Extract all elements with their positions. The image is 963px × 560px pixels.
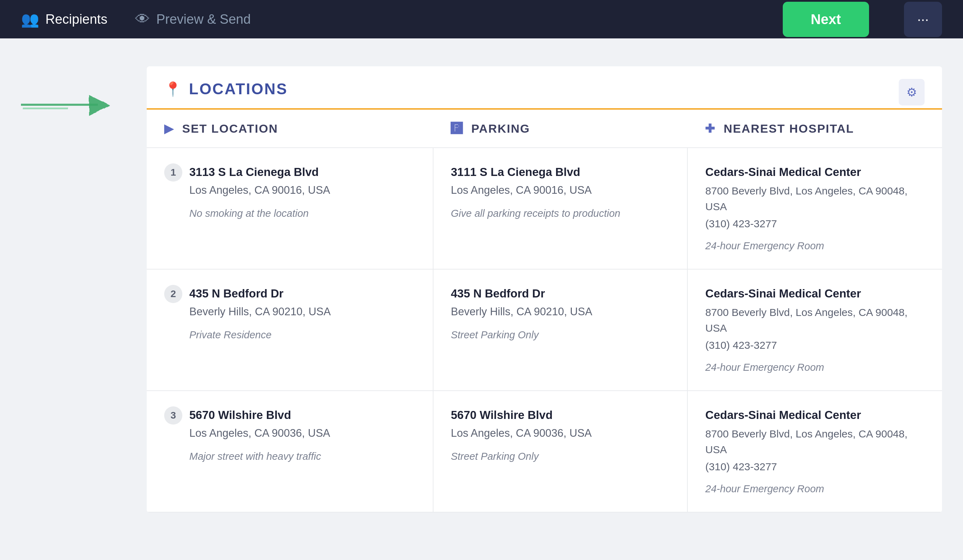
cell-hospital-1: Cedars-Sinai Medical Center 8700 Beverly… — [687, 148, 942, 269]
nav-item-recipients[interactable]: 👥 Recipients — [21, 11, 107, 28]
hospital-address: 8700 Beverly Blvd, Los Angeles, CA 90048… — [705, 426, 924, 457]
table-row: 1 3113 S La Cienega Blvd Los Angeles, CA… — [147, 148, 942, 269]
arrow-container — [21, 66, 126, 513]
pin-icon: 📍 — [164, 81, 183, 97]
cell-parking-1: 3111 S La Cienega Blvd Los Angeles, CA 9… — [433, 148, 688, 269]
parking-line1: 435 N Bedford Dr — [451, 285, 670, 302]
locations-panel: 📍 LOCATIONS ⚙ ▶ SET LOCATION 🅿 PARKING — [147, 66, 942, 513]
location-text-3: 5670 Wilshire Blvd Los Angeles, CA 90036… — [189, 406, 330, 465]
hospital-text-3: Cedars-Sinai Medical Center 8700 Beverly… — [705, 406, 924, 497]
parking-line1: 3111 S La Cienega Blvd — [451, 163, 670, 181]
location-number-2: 2 — [164, 285, 182, 303]
hospital-text-2: Cedars-Sinai Medical Center 8700 Beverly… — [705, 285, 924, 375]
hospital-name: Cedars-Sinai Medical Center — [705, 285, 924, 302]
nav-item-preview[interactable]: 👁 Preview & Send — [135, 11, 250, 28]
hospital-name: Cedars-Sinai Medical Center — [705, 406, 924, 424]
hospital-phone: (310) 423-3277 — [705, 216, 924, 231]
parking-line1: 5670 Wilshire Blvd — [451, 406, 670, 424]
svg-marker-0 — [89, 95, 110, 116]
parking-line2: Los Angeles, CA 90016, USA — [451, 182, 670, 199]
next-button[interactable]: Next — [783, 2, 869, 37]
col-set-label: SET LOCATION — [182, 122, 278, 135]
parking-note: Give all parking receipts to production — [451, 206, 670, 221]
parking-note: Street Parking Only — [451, 449, 670, 465]
hospital-phone: (310) 423-3277 — [705, 337, 924, 353]
set-location-note: Major street with heavy traffic — [189, 449, 330, 465]
address-line1: 435 N Bedford Dr — [189, 285, 331, 302]
address-line2: Los Angeles, CA 90016, USA — [189, 182, 330, 199]
nav-recipients-label: Recipients — [45, 12, 107, 27]
cell-set-location-2: 2 435 N Bedford Dr Beverly Hills, CA 902… — [147, 269, 433, 391]
parking-text-2: 435 N Bedford Dr Beverly Hills, CA 90210… — [451, 285, 670, 343]
more-icon: ··· — [917, 11, 929, 27]
address-line2: Los Angeles, CA 90036, USA — [189, 425, 330, 442]
set-location-note: Private Residence — [189, 327, 331, 343]
address-line2: Beverly Hills, CA 90210, USA — [189, 304, 331, 320]
cell-hospital-3: Cedars-Sinai Medical Center 8700 Beverly… — [687, 391, 942, 512]
table-body: 1 3113 S La Cienega Blvd Los Angeles, CA… — [147, 148, 942, 512]
location-number-3: 3 — [164, 406, 182, 424]
parking-text-1: 3111 S La Cienega Blvd Los Angeles, CA 9… — [451, 163, 670, 221]
preview-icon: 👁 — [135, 11, 150, 28]
arrow-icon — [21, 87, 112, 129]
cell-set-location-1: 1 3113 S La Cienega Blvd Los Angeles, CA… — [147, 148, 433, 269]
main-content: 📍 LOCATIONS ⚙ ▶ SET LOCATION 🅿 PARKING — [0, 39, 963, 541]
table-header-row: ▶ SET LOCATION 🅿 PARKING ✚ NEAREST HOSPI… — [147, 110, 942, 148]
hospital-text-1: Cedars-Sinai Medical Center 8700 Beverly… — [705, 163, 924, 254]
col-hospital-label: NEAREST HOSPITAL — [724, 122, 854, 135]
hospital-address: 8700 Beverly Blvd, Los Angeles, CA 90048… — [705, 183, 924, 214]
location-text-2: 435 N Bedford Dr Beverly Hills, CA 90210… — [189, 285, 331, 343]
hospital-note: 24-hour Emergency Room — [705, 481, 924, 497]
parking-line2: Beverly Hills, CA 90210, USA — [451, 304, 670, 320]
set-location-note: No smoking at the location — [189, 206, 330, 221]
table-row: 2 435 N Bedford Dr Beverly Hills, CA 902… — [147, 269, 942, 391]
col-header-set-location: ▶ SET LOCATION — [147, 110, 433, 148]
locations-table: ▶ SET LOCATION 🅿 PARKING ✚ NEAREST HOSPI… — [147, 110, 942, 513]
hospital-icon: ✚ — [705, 122, 715, 135]
locations-title-text: LOCATIONS — [189, 80, 288, 98]
hospital-name: Cedars-Sinai Medical Center — [705, 163, 924, 181]
cell-hospital-2: Cedars-Sinai Medical Center 8700 Beverly… — [687, 269, 942, 391]
location-text-1: 3113 S La Cienega Blvd Los Angeles, CA 9… — [189, 163, 330, 221]
gear-icon: ⚙ — [906, 86, 917, 99]
table-header: ▶ SET LOCATION 🅿 PARKING ✚ NEAREST HOSPI… — [147, 110, 942, 148]
top-navigation: 👥 Recipients 👁 Preview & Send Next ··· — [0, 0, 963, 39]
hospital-phone: (310) 423-3277 — [705, 459, 924, 474]
nav-preview-label: Preview & Send — [156, 12, 250, 27]
locations-title: 📍 LOCATIONS — [164, 80, 288, 107]
hospital-note: 24-hour Emergency Room — [705, 238, 924, 254]
hospital-address: 8700 Beverly Blvd, Los Angeles, CA 90048… — [705, 304, 924, 336]
parking-icon: 🅿 — [451, 122, 463, 135]
parking-note: Street Parking Only — [451, 327, 670, 343]
cell-parking-2: 435 N Bedford Dr Beverly Hills, CA 90210… — [433, 269, 688, 391]
parking-text-3: 5670 Wilshire Blvd Los Angeles, CA 90036… — [451, 406, 670, 465]
col-parking-label: PARKING — [471, 122, 530, 135]
settings-button[interactable]: ⚙ — [899, 79, 924, 105]
locations-header: 📍 LOCATIONS ⚙ — [147, 66, 942, 110]
more-options-button[interactable]: ··· — [904, 2, 942, 37]
address-line1: 3113 S La Cienega Blvd — [189, 163, 330, 181]
table-row: 3 5670 Wilshire Blvd Los Angeles, CA 900… — [147, 391, 942, 512]
address-line1: 5670 Wilshire Blvd — [189, 406, 330, 424]
parking-line2: Los Angeles, CA 90036, USA — [451, 425, 670, 442]
cell-set-location-3: 3 5670 Wilshire Blvd Los Angeles, CA 900… — [147, 391, 433, 512]
col-header-hospital: ✚ NEAREST HOSPITAL — [687, 110, 942, 148]
navigation-icon: ▶ — [164, 122, 174, 135]
col-header-parking: 🅿 PARKING — [433, 110, 688, 148]
cell-parking-3: 5670 Wilshire Blvd Los Angeles, CA 90036… — [433, 391, 688, 512]
hospital-note: 24-hour Emergency Room — [705, 360, 924, 375]
location-number-1: 1 — [164, 163, 182, 181]
recipients-icon: 👥 — [21, 11, 39, 28]
